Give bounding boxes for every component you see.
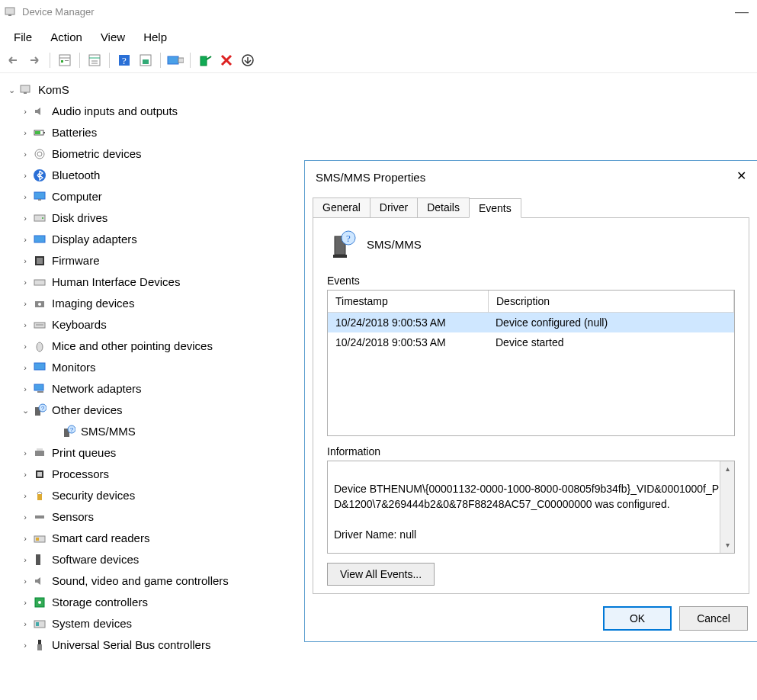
properties-icon[interactable] <box>85 51 104 69</box>
tree-twisty[interactable]: ⌄ <box>20 401 30 419</box>
tree-item[interactable]: ›Audio inputs and outputs <box>3 101 323 122</box>
col-description[interactable]: Description <box>489 291 734 313</box>
tree-item[interactable]: ›Human Interface Devices <box>3 271 323 293</box>
table-row[interactable]: 10/24/2018 9:00:53 AMDevice configured (… <box>328 313 734 332</box>
tree-twisty[interactable]: › <box>20 486 30 505</box>
tree-item[interactable]: ›Computer <box>3 186 323 207</box>
network-icon <box>32 381 47 397</box>
forward-icon[interactable] <box>26 51 44 69</box>
tree-item[interactable]: ›Network adapters <box>3 378 323 400</box>
tree-item[interactable]: ›Sensors <box>3 506 323 528</box>
window-titlebar: Device Manager — <box>0 0 757 23</box>
menu-help[interactable]: Help <box>134 29 176 45</box>
tree-item[interactable]: ›Software devices <box>3 549 323 570</box>
tree-item[interactable]: ›System devices <box>3 613 323 634</box>
tree-twisty[interactable]: › <box>20 551 30 569</box>
tree-item[interactable]: ›Biometric devices <box>3 143 323 165</box>
svg-point-38 <box>37 342 43 352</box>
tree-twisty[interactable]: › <box>20 166 30 185</box>
scrollbar[interactable]: ▴▾ <box>720 461 734 553</box>
tab-details[interactable]: Details <box>417 197 470 217</box>
tab-general[interactable]: General <box>313 197 370 217</box>
svg-point-29 <box>42 217 43 219</box>
help-icon[interactable]: ? <box>115 51 133 69</box>
uninstall-icon[interactable] <box>196 51 214 69</box>
tree-twisty[interactable]: › <box>20 572 30 590</box>
tree-twisty[interactable]: › <box>20 529 30 547</box>
gpu-icon <box>32 232 47 247</box>
tree-item[interactable]: ›Monitors <box>3 357 323 378</box>
tree-twisty[interactable]: › <box>20 252 30 270</box>
tree-item[interactable]: ›Security devices <box>3 485 323 506</box>
tree-twisty[interactable]: › <box>20 273 30 291</box>
table-row[interactable]: 10/24/2018 9:00:53 AMDevice started <box>328 332 734 352</box>
update-icon[interactable] <box>136 51 155 69</box>
events-label: Events <box>327 275 735 287</box>
window-minimize[interactable]: — <box>734 4 749 19</box>
tree-item[interactable]: ›Bluetooth <box>3 165 323 186</box>
tree-item[interactable]: ›Imaging devices <box>3 293 323 314</box>
storage-icon <box>32 595 47 610</box>
tree-twisty[interactable]: › <box>20 337 30 355</box>
close-icon[interactable]: ✕ <box>736 169 746 183</box>
svg-point-24 <box>37 152 42 156</box>
tree-root[interactable]: ⌄KomS <box>3 79 323 101</box>
ok-button[interactable]: OK <box>603 606 672 631</box>
tree-twisty[interactable]: › <box>20 593 30 612</box>
tree-item[interactable]: ›Universal Serial Bus controllers <box>3 634 323 656</box>
tree-item[interactable]: ›Processors <box>3 464 323 485</box>
tree-item[interactable]: ›Batteries <box>3 122 323 143</box>
tree-twisty[interactable]: › <box>20 444 30 462</box>
tree-twisty[interactable]: › <box>20 508 30 526</box>
tree-twisty[interactable]: › <box>20 615 30 633</box>
tree-twisty[interactable]: › <box>20 230 30 249</box>
tree-twisty[interactable]: › <box>20 465 30 483</box>
tree-item[interactable]: ⌄?Other devices <box>3 400 323 421</box>
col-timestamp[interactable]: Timestamp <box>328 291 489 313</box>
disk-icon <box>32 210 47 226</box>
device-tree[interactable]: ⌄KomS›Audio inputs and outputs›Batteries… <box>0 73 326 662</box>
delete-icon[interactable] <box>217 51 236 69</box>
enable-icon[interactable] <box>239 51 257 69</box>
tree-item[interactable]: ›Smart card readers <box>3 528 323 549</box>
menu-action[interactable]: Action <box>41 29 91 45</box>
tree-twisty[interactable]: › <box>20 316 30 334</box>
monitor-icon <box>32 189 47 204</box>
cancel-button[interactable]: Cancel <box>679 606 748 631</box>
tree-twisty[interactable]: › <box>20 294 30 313</box>
tab-events[interactable]: Events <box>469 198 521 218</box>
back-icon[interactable] <box>5 51 23 69</box>
tree-item[interactable]: ›Mice and other pointing devices <box>3 336 323 357</box>
tree-item[interactable]: ›Display adapters <box>3 229 323 250</box>
tree-twisty[interactable]: › <box>20 636 30 654</box>
svg-rect-64 <box>333 255 347 258</box>
tab-driver[interactable]: Driver <box>370 197 418 217</box>
svg-rect-33 <box>34 280 45 285</box>
tree-twisty[interactable]: › <box>20 124 30 142</box>
svg-rect-52 <box>37 494 42 500</box>
tree-twisty[interactable]: › <box>20 209 30 227</box>
tree-twisty[interactable]: › <box>20 358 30 377</box>
show-list-icon[interactable] <box>56 51 74 69</box>
tree-item[interactable]: ›Disk drives <box>3 207 323 229</box>
tree-twisty[interactable]: › <box>20 380 30 398</box>
tree-item[interactable]: ›Storage controllers <box>3 592 323 613</box>
menubar: File Action View Help <box>0 23 757 50</box>
tree-item[interactable]: ›Sound, video and game controllers <box>3 570 323 592</box>
tree-item[interactable]: ?SMS/MMS <box>3 421 323 442</box>
tabstrip: General Driver Details Events <box>313 197 749 217</box>
tree-twisty[interactable]: › <box>20 102 30 120</box>
software-icon <box>32 552 47 567</box>
scan-icon[interactable] <box>166 51 184 69</box>
security-icon <box>32 488 47 503</box>
tree-item[interactable]: ›Firmware <box>3 250 323 271</box>
tree-twisty[interactable]: › <box>20 188 30 206</box>
menu-view[interactable]: View <box>91 29 134 45</box>
view-all-events-button[interactable]: View All Events... <box>327 563 435 586</box>
keyboard-icon <box>32 317 47 332</box>
tree-twisty[interactable]: › <box>20 145 30 163</box>
menu-file[interactable]: File <box>5 29 41 45</box>
svg-rect-19 <box>24 92 27 94</box>
tree-item[interactable]: ›Print queues <box>3 442 323 464</box>
tree-item[interactable]: ›Keyboards <box>3 314 323 336</box>
